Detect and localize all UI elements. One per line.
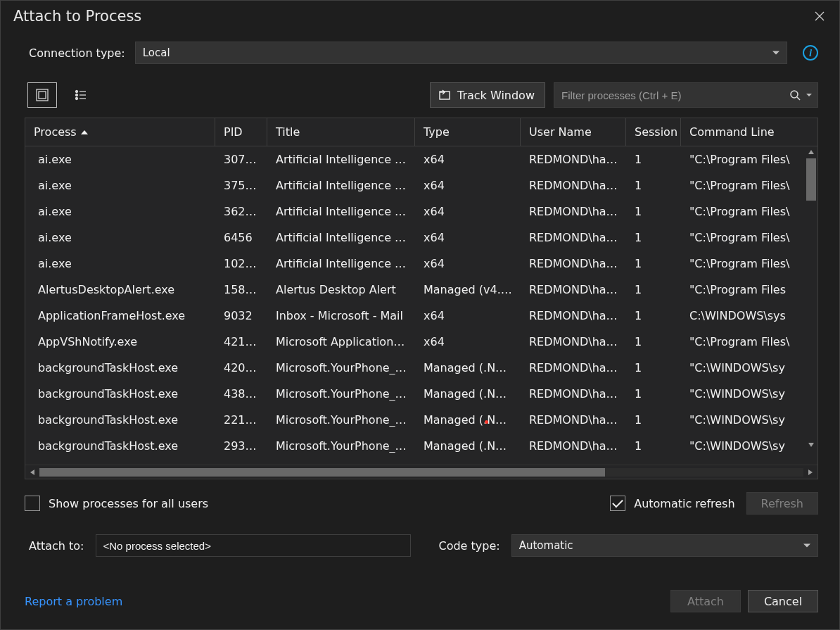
filter-input[interactable] [561, 89, 810, 101]
cell-command-line: "C:\WINDOWS\sy [681, 413, 817, 427]
cell-user: REDMOND\ha… [521, 231, 626, 244]
cursor-indicator-icon [485, 420, 488, 424]
cell-session: 1 [626, 153, 681, 166]
table-row[interactable]: AlertusDesktopAlert.exe15884Alertus Desk… [25, 277, 817, 303]
search-icon [789, 89, 801, 101]
scroll-up-arrow-icon[interactable] [808, 146, 815, 158]
table-row[interactable]: ApplicationFrameHost.exe9032Inbox - Micr… [25, 303, 817, 329]
connection-type-dropdown[interactable]: Local [135, 42, 787, 64]
scrollbar-thumb[interactable] [39, 468, 605, 477]
cell-command-line: "C:\WINDOWS\sy [681, 387, 817, 401]
table-row[interactable]: ai.exe10228Artificial Intelligence (A…x6… [25, 251, 817, 277]
column-header-command-line[interactable]: Command Line [681, 118, 817, 146]
table-row[interactable]: backgroundTaskHost.exe43872Microsoft.You… [25, 381, 817, 407]
cell-session: 1 [626, 257, 681, 270]
table-row[interactable]: AppVShNotify.exe42100Microsoft Applicati… [25, 329, 817, 355]
cell-command-line: "C:\Program Files\ [681, 231, 817, 244]
chevron-down-icon [803, 544, 810, 548]
attach-to-process-dialog: Attach to Process Connection type: Local… [0, 0, 840, 630]
cell-session: 1 [626, 283, 681, 296]
cell-title: Inbox - Microsoft - Mail [267, 309, 415, 322]
cell-process: ApplicationFrameHost.exe [25, 309, 215, 322]
cell-command-line: "C:\WINDOWS\sy [681, 361, 817, 374]
cell-pid: 10228 [215, 257, 267, 270]
cell-user: REDMOND\ha… [521, 413, 626, 427]
svg-point-8 [76, 98, 78, 100]
crosshair-icon [438, 88, 452, 102]
checkbox-icon [25, 496, 40, 511]
cell-process: ai.exe [25, 153, 215, 166]
table-row[interactable]: ai.exe36216Artificial Intelligence (A…x6… [25, 199, 817, 225]
cell-command-line: "C:\WINDOWS\sy [681, 439, 817, 453]
cell-title: Artificial Intelligence (A… [267, 179, 415, 192]
cell-pid: 6456 [215, 231, 267, 244]
view-details-button[interactable] [27, 82, 57, 108]
attach-button[interactable]: Attach [670, 590, 741, 612]
info-icon[interactable]: i [803, 45, 818, 61]
connection-type-value: Local [143, 46, 170, 59]
report-problem-link[interactable]: Report a problem [25, 595, 122, 608]
cell-type: x64 [415, 309, 521, 322]
column-header-session[interactable]: Session [626, 118, 681, 146]
close-button[interactable] [811, 8, 828, 25]
cell-type: x64 [415, 335, 521, 348]
table-row[interactable]: backgroundTaskHost.exe42048Microsoft.You… [25, 355, 817, 381]
svg-point-12 [791, 91, 798, 98]
horizontal-scrollbar[interactable] [25, 465, 817, 479]
table-row[interactable]: ai.exe6456Artificial Intelligence (A…x64… [25, 225, 817, 251]
cell-title: Artificial Intelligence (A… [267, 257, 415, 270]
cell-type: Managed (v4.0… [415, 283, 521, 296]
vertical-scrollbar[interactable] [805, 146, 817, 451]
column-header-process[interactable]: Process [25, 118, 215, 146]
show-all-users-checkbox[interactable]: Show processes for all users [25, 496, 208, 511]
cell-pid: 30792 [215, 153, 267, 166]
cell-pid: 36216 [215, 205, 267, 218]
track-window-button[interactable]: Track Window [430, 82, 545, 108]
cell-user: REDMOND\ha… [521, 387, 626, 401]
code-type-value: Automatic [519, 539, 573, 552]
cell-session: 1 [626, 439, 681, 453]
checkbox-checked-icon [610, 496, 625, 511]
scrollbar-thumb[interactable] [806, 158, 816, 201]
cell-type: Managed (.NE… [415, 439, 521, 453]
cell-pid: 43872 [215, 387, 267, 401]
table-row[interactable]: ai.exe30792Artificial Intelligence (A…x6… [25, 146, 817, 172]
table-row[interactable]: backgroundTaskHost.exe29308Microsoft.You… [25, 433, 817, 459]
cell-type: x64 [415, 257, 521, 270]
cell-command-line: "C:\Program Files\ [681, 179, 817, 192]
column-header-type[interactable]: Type [415, 118, 521, 146]
connection-row: Connection type: Local i [1, 37, 839, 68]
footer: Report a problem Attach Cancel [1, 576, 839, 629]
cell-title: Microsoft.YourPhone_… [267, 413, 415, 427]
scroll-down-arrow-icon[interactable] [808, 439, 815, 451]
code-type-dropdown[interactable]: Automatic [511, 534, 818, 557]
cell-title: Microsoft.YourPhone_… [267, 439, 415, 453]
cell-user: REDMOND\ha… [521, 309, 626, 322]
cell-type: x64 [415, 153, 521, 166]
dialog-title: Attach to Process [13, 8, 141, 25]
cell-title: Artificial Intelligence (A… [267, 205, 415, 218]
refresh-button[interactable]: Refresh [746, 492, 818, 515]
cancel-button[interactable]: Cancel [748, 590, 818, 612]
attach-to-field[interactable] [96, 534, 411, 557]
cell-type: Managed (.NE… [415, 387, 521, 401]
view-tree-button[interactable] [65, 82, 95, 108]
scroll-left-arrow-icon[interactable] [25, 469, 39, 476]
cell-session: 1 [626, 205, 681, 218]
table-row[interactable]: ai.exe37560Artificial Intelligence (A…x6… [25, 172, 817, 199]
filter-processes-field[interactable] [554, 82, 818, 108]
column-header-pid[interactable]: PID [215, 118, 267, 146]
cell-pid: 37560 [215, 179, 267, 192]
column-header-title[interactable]: Title [267, 118, 415, 146]
code-type-label: Code type: [439, 539, 500, 553]
cell-process: ai.exe [25, 179, 215, 192]
cell-process: backgroundTaskHost.exe [25, 387, 215, 401]
cell-pid: 29308 [215, 439, 267, 453]
column-header-user[interactable]: User Name [521, 118, 626, 146]
cell-user: REDMOND\ha… [521, 257, 626, 270]
scroll-right-arrow-icon[interactable] [803, 469, 817, 476]
cell-user: REDMOND\ha… [521, 361, 626, 374]
automatic-refresh-checkbox[interactable]: Automatic refresh [610, 496, 734, 511]
cell-process: AlertusDesktopAlert.exe [25, 283, 215, 296]
table-row[interactable]: backgroundTaskHost.exe22160Microsoft.You… [25, 407, 817, 433]
